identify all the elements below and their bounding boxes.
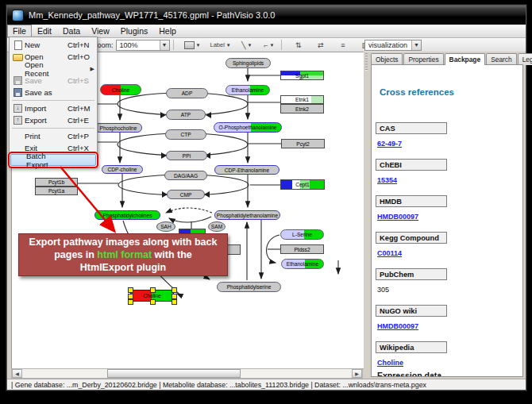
file-menu-item-import[interactable]: ↓ImportCtrl+M — [10, 102, 97, 114]
pathway-node-pcyt2[interactable]: Pcyt2 — [281, 139, 325, 148]
add-datanode-button[interactable]: ▼ — [182, 39, 203, 52]
annotation-highlight: html format — [97, 249, 152, 260]
xref-value-kegg-compound: C00114 — [377, 249, 402, 257]
panel-splitter[interactable] — [364, 52, 369, 379]
align-center-x-button[interactable]: ⇅ — [290, 39, 307, 52]
xref-link-15354[interactable]: 15354 — [377, 176, 397, 184]
menu-file[interactable]: File — [7, 25, 32, 37]
pathway-node-cdp-choline[interactable]: CDP-choline — [102, 165, 143, 174]
selection-handle[interactable] — [172, 294, 177, 299]
pathway-node-pcyt1b[interactable]: Pcyt1b — [35, 178, 78, 187]
pathway-node-sphingolipids[interactable]: Sphingolipids — [226, 58, 271, 68]
tab-properties[interactable]: Properties — [403, 53, 443, 65]
tab-backpage[interactable]: Backpage — [445, 53, 486, 65]
menu-view[interactable]: View — [86, 25, 115, 37]
selection-handle[interactable] — [128, 287, 133, 293]
xref-link-hmdb00097[interactable]: HMDB00097 — [377, 322, 418, 330]
file-menu-item-batch-export[interactable]: Batch Export — [10, 154, 96, 166]
selection-handle[interactable] — [172, 287, 177, 293]
new-document-icon — [14, 40, 22, 50]
export-icon: ↑ — [11, 116, 25, 125]
xref-link-c00114[interactable]: C00114 — [377, 249, 402, 257]
file-menu-item-new[interactable]: NewCtrl+N — [10, 39, 97, 51]
scroll-left-icon[interactable]: ◀ — [12, 369, 22, 378]
pathway-node-cdp-ethanolamine[interactable]: CDP-Ethanolamine — [214, 165, 279, 175]
toolbar-separator — [281, 40, 282, 50]
tab-search[interactable]: Search — [486, 53, 517, 65]
tab-legend[interactable]: Legend — [518, 53, 532, 65]
visualization-combobox[interactable]: visualization ▼ — [364, 40, 422, 51]
menu-item-shortcut: Ctrl+P — [67, 132, 94, 140]
menu-item-shortcut: Ctrl+O — [67, 52, 94, 61]
menu-edit[interactable]: Edit — [32, 25, 57, 37]
xref-source-pubchem: PubChem — [376, 268, 447, 280]
save-icon — [11, 76, 25, 85]
selection-handle[interactable] — [172, 299, 177, 305]
pathway-node-choline[interactable]: Choline — [100, 84, 141, 95]
xref-source-chebi: ChEBI — [376, 159, 447, 171]
save-icon — [11, 88, 25, 97]
menu-item-label: Export — [25, 116, 67, 125]
pathway-node-ethanolamine[interactable]: Ethanolamine — [226, 85, 270, 95]
selection-handle[interactable] — [150, 299, 156, 305]
selection-handle[interactable] — [128, 299, 133, 305]
xref-link-hmdb00097[interactable]: HMDB00097 — [377, 213, 418, 221]
pathway-node-ctp[interactable]: CTP — [165, 129, 206, 140]
menu-help[interactable]: Help — [153, 25, 182, 37]
chevron-down-icon[interactable]: ▼ — [160, 40, 169, 50]
file-menu-item-export[interactable]: ↑ExportCtrl+E — [10, 114, 97, 126]
menu-separator — [12, 128, 94, 129]
add-label-button[interactable]: Label▼ — [207, 39, 233, 52]
selection-handle[interactable] — [150, 287, 156, 293]
selection-handle[interactable] — [128, 294, 133, 299]
pathway-node-pcyt1a[interactable]: Pcyt1a — [35, 187, 78, 195]
pathway-node-etnk2[interactable]: Etnk2 — [280, 104, 324, 114]
save-icon — [13, 76, 22, 85]
pathway-node-cmp[interactable]: CMP — [167, 190, 205, 199]
pathway-node-phosphatidylcholines[interactable]: Phosphatidylcholines — [94, 210, 160, 220]
add-line-button[interactable]: ╲▼ — [238, 39, 256, 52]
menu-plugins[interactable]: Plugins — [115, 25, 153, 37]
add-connector-button[interactable]: ⌐▼ — [260, 39, 278, 52]
chevron-down-icon[interactable]: ▼ — [411, 40, 421, 50]
pathway-node-etnk1[interactable]: Etnk1 — [280, 95, 324, 104]
app-window: Mm_Kennedy_pathway_WP1771_45176.gpml - P… — [6, 5, 526, 391]
pathway-node-o-phosphoethanolamine[interactable]: O-Phosphoethanolamine — [214, 122, 282, 133]
pathway-node-adp[interactable]: ADP — [166, 88, 208, 98]
horizontal-scrollbar[interactable]: ◀ ▶ — [11, 368, 363, 379]
pathway-node-ethanolamine[interactable]: Ethanolamine — [281, 259, 324, 269]
pathway-node-ptdss2[interactable]: Ptdss2 — [280, 244, 324, 254]
pathway-node-ppi[interactable]: PPi — [166, 151, 207, 160]
xref-link-62-49-7[interactable]: 62-49-7 — [377, 140, 402, 148]
xref-value-hmdb: HMDB00097 — [377, 213, 418, 221]
line-icon: ╲ — [241, 41, 245, 49]
file-menu-item-save[interactable]: SaveCtrl+S — [10, 75, 97, 87]
menu-item-shortcut: Ctrl+E — [67, 116, 94, 125]
scrollbar-thumb[interactable] — [107, 369, 241, 378]
zoom-combobox[interactable]: 100% ▼ — [116, 40, 170, 51]
distribute-horizontal-icon: ≡ — [341, 41, 345, 49]
menu-item-shortcut: Ctrl+X — [67, 144, 94, 152]
pathway-node-sam[interactable]: SAM — [208, 221, 226, 232]
pathway-node-sgpl1[interactable]: Sgpl1 — [280, 71, 324, 80]
file-menu-item-print[interactable]: PrintCtrl+P — [10, 130, 97, 142]
title-bar[interactable]: Mm_Kennedy_pathway_WP1771_45176.gpml - P… — [7, 6, 526, 25]
menu-data[interactable]: Data — [57, 25, 86, 37]
pathway-node-phosphocholine[interactable]: Phosphocholine — [94, 123, 142, 133]
distribute-horizontal-button[interactable]: ≡ — [334, 39, 352, 52]
file-menu-item-open-recent[interactable]: Open Recent▶ — [10, 63, 97, 75]
tab-objects[interactable]: Objects — [371, 53, 403, 65]
xref-value-wikipedia: Choline — [377, 359, 403, 367]
xref-link-choline[interactable]: Choline — [377, 359, 403, 367]
file-menu-item-save-as[interactable]: Save as — [10, 87, 97, 98]
pathway-node-cept1[interactable]: Cept1 — [280, 179, 325, 190]
pathway-node-atp[interactable]: ATP — [166, 110, 206, 120]
pathway-node-phosphatidylethanolamine[interactable]: Phosphatidylethanolamine — [214, 210, 280, 220]
scroll-right-icon[interactable]: ▶ — [352, 369, 362, 378]
align-center-y-button[interactable]: ⇄ — [312, 39, 330, 52]
export-icon: ↑ — [13, 116, 22, 125]
pathway-node-l-serine[interactable]: L-Serine — [280, 229, 324, 240]
pathway-node-phosphatidylserine[interactable]: Phosphatidylserine — [217, 282, 281, 292]
pathway-node-dag-aag[interactable]: DAG/AAG — [164, 171, 207, 180]
pathway-node-sah[interactable]: SAH — [156, 221, 175, 232]
